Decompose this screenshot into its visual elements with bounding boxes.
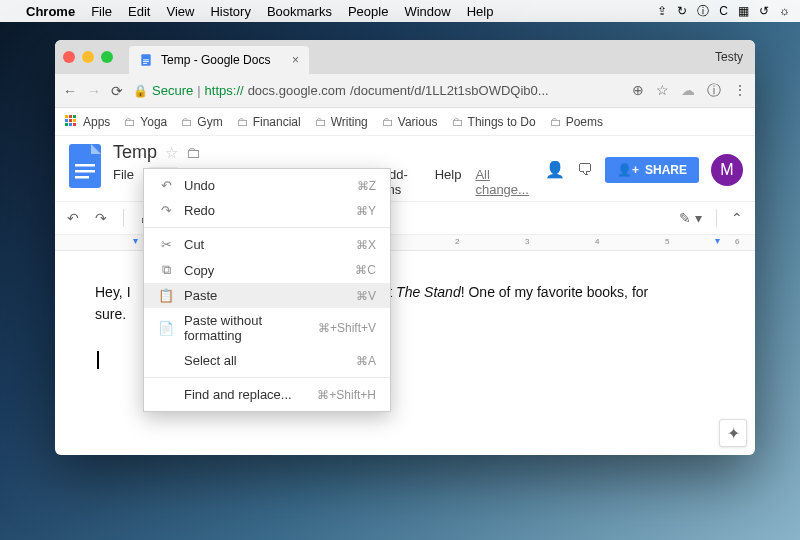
bookmark-poems[interactable]: 🗀Poems bbox=[550, 115, 603, 129]
tab-title: Temp - Google Docs bbox=[161, 53, 270, 67]
menu-redo[interactable]: ↷Redo⌘Y bbox=[144, 198, 390, 223]
undo-button[interactable]: ↶ bbox=[67, 210, 79, 226]
folder-icon: 🗀 bbox=[452, 115, 464, 129]
redo-icon: ↷ bbox=[158, 203, 174, 218]
bookmark-various[interactable]: 🗀Various bbox=[382, 115, 438, 129]
docs-menu-file[interactable]: File bbox=[113, 167, 134, 197]
mac-menu-edit[interactable]: Edit bbox=[128, 4, 150, 19]
browser-tab[interactable]: Temp - Google Docs × bbox=[129, 46, 309, 74]
menu-paste-plain[interactable]: 📄Paste without formatting⌘+Shift+V bbox=[144, 308, 390, 348]
bookmark-things[interactable]: 🗀Things to Do bbox=[452, 115, 536, 129]
paste-icon: 📋 bbox=[158, 288, 174, 303]
bookmark-writing[interactable]: 🗀Writing bbox=[315, 115, 368, 129]
sync-icon[interactable]: ↻ bbox=[677, 4, 687, 18]
mac-menu-help[interactable]: Help bbox=[467, 4, 494, 19]
person-add-icon: 👤+ bbox=[617, 163, 639, 177]
chrome-menu-icon[interactable]: ⋮ bbox=[733, 82, 747, 100]
presence-icon[interactable]: 👤 bbox=[545, 160, 565, 179]
text-cursor bbox=[97, 351, 99, 369]
redo-button[interactable]: ↷ bbox=[95, 210, 107, 226]
dropbox-icon[interactable]: ⇪ bbox=[657, 4, 667, 18]
mac-menu-view[interactable]: View bbox=[166, 4, 194, 19]
mac-menu-window[interactable]: Window bbox=[404, 4, 450, 19]
close-window-button[interactable] bbox=[63, 51, 75, 63]
star-icon[interactable]: ☆ bbox=[656, 82, 669, 100]
right-indent-marker[interactable]: ▾ bbox=[715, 235, 720, 246]
cloud-icon[interactable]: ☁ bbox=[681, 82, 695, 100]
mac-menu-people[interactable]: People bbox=[348, 4, 388, 19]
brightness-icon[interactable]: ☼ bbox=[779, 4, 790, 18]
svg-rect-6 bbox=[75, 164, 95, 167]
menu-paste[interactable]: 📋Paste⌘V bbox=[144, 283, 390, 308]
explore-button[interactable]: ✦ bbox=[719, 419, 747, 447]
menu-select-all[interactable]: Select all⌘A bbox=[144, 348, 390, 373]
window-controls bbox=[63, 51, 113, 63]
url-path: /document/d/1LL2t1sbOWDQib0... bbox=[350, 83, 549, 98]
all-changes-link[interactable]: All change... bbox=[475, 167, 535, 197]
app-name[interactable]: Chrome bbox=[26, 4, 75, 19]
copy-icon: ⧉ bbox=[158, 262, 174, 278]
close-tab-button[interactable]: × bbox=[292, 53, 299, 67]
apps-shortcut[interactable]: Apps bbox=[65, 115, 110, 129]
left-indent-marker[interactable]: ▾ bbox=[133, 235, 138, 246]
zoom-window-button[interactable] bbox=[101, 51, 113, 63]
menu-extras: ⇪ ↻ ⓘ C ▦ ↺ ☼ bbox=[657, 3, 790, 20]
info-circle-icon[interactable]: ⓘ bbox=[707, 82, 721, 100]
folder-icon: 🗀 bbox=[382, 115, 394, 129]
chrome-profile[interactable]: Testy bbox=[715, 50, 747, 64]
secure-label: Secure bbox=[152, 83, 193, 98]
undo-icon: ↶ bbox=[158, 178, 174, 193]
move-folder-icon[interactable]: 🗀 bbox=[186, 144, 201, 161]
paste-plain-icon: 📄 bbox=[158, 321, 174, 336]
menu-find-replace[interactable]: Find and replace...⌘+Shift+H bbox=[144, 382, 390, 407]
star-document-icon[interactable]: ☆ bbox=[165, 144, 178, 162]
account-avatar[interactable]: M bbox=[711, 154, 743, 186]
svg-rect-7 bbox=[75, 170, 95, 173]
menu-cut[interactable]: ✂Cut⌘X bbox=[144, 232, 390, 257]
zoom-icon[interactable]: ⊕ bbox=[632, 82, 644, 100]
folder-icon: 🗀 bbox=[550, 115, 562, 129]
bookmark-financial[interactable]: 🗀Financial bbox=[237, 115, 301, 129]
macos-menu-bar: Chrome File Edit View History Bookmarks … bbox=[0, 0, 800, 22]
forward-button[interactable]: → bbox=[87, 83, 101, 99]
minimize-window-button[interactable] bbox=[82, 51, 94, 63]
svg-rect-3 bbox=[143, 63, 147, 64]
display-icon[interactable]: ▦ bbox=[738, 4, 749, 18]
address-bar[interactable]: 🔒 Secure | https://docs.google.com/docum… bbox=[133, 83, 622, 98]
mac-menu-history[interactable]: History bbox=[210, 4, 250, 19]
folder-icon: 🗀 bbox=[315, 115, 327, 129]
folder-icon: 🗀 bbox=[124, 115, 136, 129]
google-docs-favicon bbox=[139, 53, 153, 67]
bookmark-gym[interactable]: 🗀Gym bbox=[181, 115, 222, 129]
share-button[interactable]: 👤+SHARE bbox=[605, 157, 699, 183]
mac-menu-bookmarks[interactable]: Bookmarks bbox=[267, 4, 332, 19]
google-docs-logo[interactable] bbox=[67, 142, 103, 190]
reload-button[interactable]: ⟳ bbox=[111, 83, 123, 99]
folder-icon: 🗀 bbox=[237, 115, 249, 129]
c-icon[interactable]: C bbox=[719, 4, 728, 18]
menu-undo[interactable]: ↶Undo⌘Z bbox=[144, 173, 390, 198]
docs-menu-help[interactable]: Help bbox=[435, 167, 462, 197]
cut-icon: ✂ bbox=[158, 237, 174, 252]
svg-rect-8 bbox=[75, 176, 89, 179]
edit-dropdown-menu: ↶Undo⌘Z ↷Redo⌘Y ✂Cut⌘X ⧉Copy⌘C 📋Paste⌘V … bbox=[143, 168, 391, 412]
url-host: docs.google.com bbox=[248, 83, 346, 98]
bookmark-yoga[interactable]: 🗀Yoga bbox=[124, 115, 167, 129]
info-icon[interactable]: ⓘ bbox=[697, 3, 709, 20]
mac-menu-file[interactable]: File bbox=[91, 4, 112, 19]
address-bar-row: ← → ⟳ 🔒 Secure | https://docs.google.com… bbox=[55, 74, 755, 108]
timemachine-icon[interactable]: ↺ bbox=[759, 4, 769, 18]
body-text: Hey, I bbox=[95, 284, 131, 300]
svg-rect-2 bbox=[143, 61, 149, 62]
body-italic: The Stand bbox=[396, 284, 461, 300]
menu-copy[interactable]: ⧉Copy⌘C bbox=[144, 257, 390, 283]
back-button[interactable]: ← bbox=[63, 83, 77, 99]
document-title[interactable]: Temp bbox=[113, 142, 157, 163]
comments-icon[interactable]: 🗨 bbox=[577, 161, 593, 179]
url-scheme: https:// bbox=[205, 83, 244, 98]
editing-mode-icon[interactable]: ✎ ▾ bbox=[679, 210, 702, 226]
apps-icon bbox=[65, 115, 79, 129]
collapse-icon[interactable]: ⌃ bbox=[731, 210, 743, 226]
bookmarks-bar: Apps 🗀Yoga 🗀Gym 🗀Financial 🗀Writing 🗀Var… bbox=[55, 108, 755, 136]
lock-icon: 🔒 bbox=[133, 84, 148, 98]
